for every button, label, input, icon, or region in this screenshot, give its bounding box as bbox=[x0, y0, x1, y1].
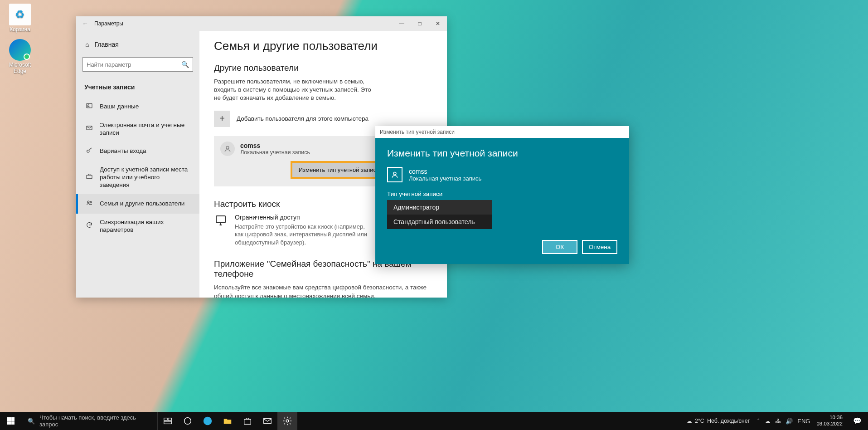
window-title: Параметры bbox=[94, 20, 123, 27]
account-type-dropdown[interactable]: Администратор Стандартный пользователь bbox=[387, 200, 492, 229]
svg-point-13 bbox=[184, 418, 191, 425]
taskbar-search-placeholder: Чтобы начать поиск, введите здесь запрос bbox=[39, 414, 152, 428]
recycle-bin-icon: ♻ bbox=[9, 4, 31, 25]
change-account-type-button[interactable]: Изменить тип учетной записи bbox=[291, 161, 388, 178]
dropdown-option-admin[interactable]: Администратор bbox=[387, 200, 492, 215]
network-icon[interactable]: 🖧 bbox=[775, 418, 781, 425]
system-tray[interactable]: ˄ ☁ 🖧 🔊 ENG bbox=[757, 418, 810, 425]
onedrive-icon[interactable]: ☁ bbox=[765, 418, 771, 425]
section-description: Разрешите пользователям, не включенным в… bbox=[214, 78, 377, 103]
cortana-button[interactable] bbox=[178, 412, 198, 430]
key-icon bbox=[85, 147, 93, 156]
weather-text: Неб. дождь/снег bbox=[707, 418, 750, 424]
taskbar-explorer[interactable] bbox=[218, 412, 238, 430]
avatar-icon bbox=[387, 167, 402, 182]
dialog-user-name: comss bbox=[409, 168, 481, 175]
weather-icon: ☁ bbox=[686, 418, 692, 425]
taskbar-edge[interactable] bbox=[198, 412, 218, 430]
desktop-icon-label: Microsoft Edge bbox=[3, 62, 37, 74]
dialog-heading: Изменить тип учетной записи bbox=[387, 148, 617, 159]
settings-search[interactable]: 🔍 bbox=[82, 57, 193, 72]
kiosk-title: Ограниченный доступ bbox=[235, 214, 371, 221]
taskbar-settings[interactable] bbox=[277, 412, 297, 430]
svg-rect-8 bbox=[216, 216, 225, 223]
add-user-row[interactable]: + Добавить пользователя для этого компью… bbox=[214, 111, 432, 127]
maximize-button[interactable]: □ bbox=[411, 16, 429, 31]
svg-rect-11 bbox=[168, 418, 171, 421]
taskbar-store[interactable] bbox=[238, 412, 257, 430]
ok-button[interactable]: ОК bbox=[542, 240, 577, 254]
sidebar-item-sync[interactable]: Синхронизация ваших параметров bbox=[76, 214, 199, 239]
svg-point-3 bbox=[87, 150, 89, 152]
home-icon: ⌂ bbox=[85, 41, 89, 48]
sidebar-home[interactable]: ⌂ Главная bbox=[76, 37, 199, 52]
language-indicator[interactable]: ENG bbox=[797, 418, 810, 425]
back-button[interactable]: ← bbox=[76, 20, 94, 27]
taskbar-clock[interactable]: 10:36 03.03.2022 bbox=[816, 415, 843, 427]
svg-point-9 bbox=[393, 172, 396, 175]
svg-rect-15 bbox=[264, 419, 272, 424]
svg-point-6 bbox=[90, 201, 92, 203]
family-icon bbox=[85, 199, 93, 209]
svg-point-14 bbox=[204, 417, 212, 425]
taskbar-search[interactable]: 🔍 Чтобы начать поиск, введите здесь запр… bbox=[22, 412, 158, 430]
sidebar-item-family-other-users[interactable]: Семья и другие пользователи bbox=[76, 194, 199, 214]
start-button[interactable] bbox=[0, 412, 22, 430]
sidebar-item-label: Доступ к учетной записи места работы или… bbox=[100, 166, 190, 189]
taskbar-weather[interactable]: ☁ 2°C Неб. дождь/снег bbox=[686, 418, 750, 425]
dropdown-option-standard[interactable]: Стандартный пользователь bbox=[387, 215, 492, 229]
settings-sidebar: ⌂ Главная 🔍 Учетные записи Ваши данные Э… bbox=[76, 31, 199, 298]
volume-icon[interactable]: 🔊 bbox=[786, 418, 793, 425]
sidebar-item-label: Электронная почта и учетные записи bbox=[100, 122, 190, 137]
search-icon: 🔍 bbox=[181, 61, 189, 68]
windows-logo-icon bbox=[7, 417, 15, 425]
person-card-icon bbox=[85, 102, 93, 112]
change-account-type-dialog: Изменить тип учетной записи Изменить тип… bbox=[375, 126, 629, 264]
sidebar-item-work-school[interactable]: Доступ к учетной записи места работы или… bbox=[76, 161, 199, 194]
clock-time: 10:36 bbox=[816, 415, 843, 421]
desktop-icon-recycle-bin[interactable]: ♻ Корзина bbox=[3, 4, 37, 33]
svg-rect-4 bbox=[87, 176, 92, 179]
section-heading-other-users: Другие пользователи bbox=[214, 63, 432, 73]
family-app-description: Используйте все знакомые вам средства ци… bbox=[214, 283, 432, 298]
search-icon: 🔍 bbox=[28, 418, 35, 425]
sidebar-item-signin-options[interactable]: Варианты входа bbox=[76, 142, 199, 161]
sidebar-item-label: Ваши данные bbox=[100, 103, 139, 111]
cancel-button[interactable]: Отмена bbox=[582, 240, 617, 254]
svg-point-16 bbox=[286, 420, 289, 422]
desktop-icon-label: Корзина bbox=[3, 26, 37, 33]
svg-point-7 bbox=[226, 146, 229, 149]
close-button[interactable]: ✕ bbox=[429, 16, 447, 31]
taskbar: 🔍 Чтобы начать поиск, введите здесь запр… bbox=[0, 412, 868, 430]
taskbar-mail[interactable] bbox=[257, 412, 277, 430]
svg-rect-2 bbox=[87, 126, 92, 130]
desktop-icon-edge[interactable]: Microsoft Edge bbox=[3, 39, 37, 74]
svg-rect-10 bbox=[164, 418, 167, 421]
user-type: Локальная учетная запись bbox=[240, 149, 310, 156]
search-input[interactable] bbox=[87, 61, 181, 68]
svg-point-1 bbox=[88, 105, 89, 106]
weather-temp: 2°C bbox=[695, 418, 704, 424]
chevron-up-icon[interactable]: ˄ bbox=[757, 418, 760, 425]
minimize-button[interactable]: — bbox=[393, 16, 411, 31]
plus-icon: + bbox=[214, 111, 230, 127]
task-view-button[interactable] bbox=[158, 412, 178, 430]
dialog-user-type: Локальная учетная запись bbox=[409, 175, 481, 182]
mail-icon bbox=[85, 124, 93, 134]
sidebar-item-label: Синхронизация ваших параметров bbox=[100, 219, 190, 234]
page-heading: Семья и другие пользователи bbox=[214, 39, 432, 53]
sidebar-home-label: Главная bbox=[94, 41, 118, 48]
sidebar-item-your-data[interactable]: Ваши данные bbox=[76, 97, 199, 117]
account-type-label: Тип учетной записи bbox=[387, 191, 617, 197]
sidebar-item-email-accounts[interactable]: Электронная почта и учетные записи bbox=[76, 117, 199, 142]
user-name: comss bbox=[240, 142, 310, 149]
sidebar-section-heading: Учетные записи bbox=[76, 80, 199, 94]
avatar-icon bbox=[220, 142, 235, 156]
briefcase-icon bbox=[85, 173, 93, 182]
titlebar: ← Параметры — □ ✕ bbox=[76, 16, 447, 31]
add-user-label: Добавить пользователя для этого компьюте… bbox=[237, 115, 369, 122]
svg-rect-12 bbox=[164, 421, 172, 424]
clock-date: 03.03.2022 bbox=[816, 421, 843, 427]
kiosk-description: Настройте это устройство как киоск (напр… bbox=[235, 223, 371, 247]
action-center-button[interactable]: 💬 bbox=[849, 417, 865, 425]
